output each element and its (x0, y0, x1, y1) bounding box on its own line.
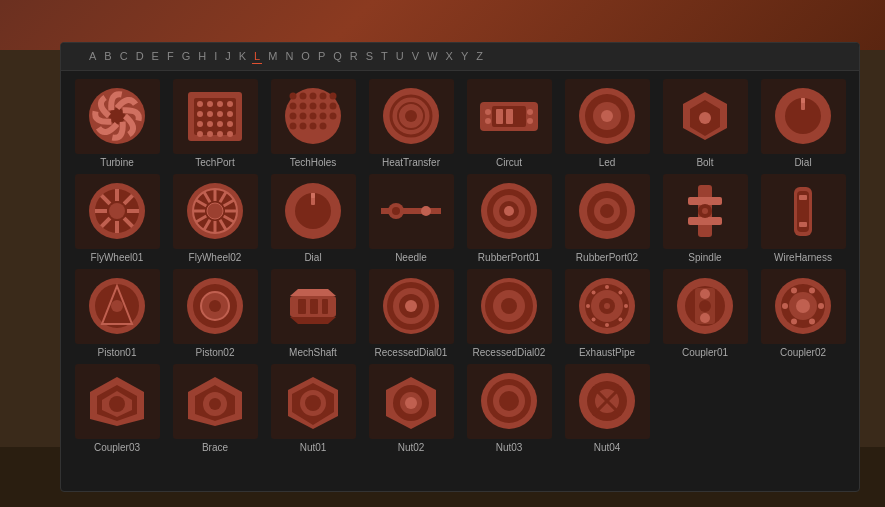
svg-point-101 (504, 206, 514, 216)
svg-point-164 (782, 303, 788, 309)
mesh-label: Nut04 (594, 442, 621, 453)
mesh-label: MechShaft (289, 347, 337, 358)
mesh-label: Needle (395, 252, 427, 263)
svg-point-51 (527, 118, 533, 124)
svg-point-29 (320, 103, 327, 110)
mesh-label: Piston02 (196, 347, 235, 358)
mesh-item-piston02[interactable]: Piston02 (167, 267, 263, 360)
mesh-label: Circut (496, 157, 522, 168)
svg-point-155 (700, 313, 710, 323)
alpha-letter-p[interactable]: P (316, 49, 327, 64)
svg-point-148 (592, 291, 596, 295)
mesh-item-coupler01[interactable]: Coupler01 (657, 267, 753, 360)
mesh-item-nut01[interactable]: Nut01 (265, 362, 361, 455)
mesh-item-led[interactable]: Led (559, 77, 655, 170)
mesh-item-nut04[interactable]: Nut04 (559, 362, 655, 455)
alpha-letter-n[interactable]: N (283, 49, 295, 64)
mesh-item-flywheel01[interactable]: FlyWheel01 (69, 172, 165, 265)
mesh-thumbnail-piston01 (75, 269, 160, 344)
mesh-item-recesseddial02[interactable]: RecessedDial02 (461, 267, 557, 360)
svg-point-16 (197, 131, 203, 137)
alpha-letter-a[interactable]: A (87, 49, 98, 64)
svg-point-73 (109, 203, 125, 219)
svg-rect-47 (506, 109, 513, 124)
mesh-label: FlyWheel01 (91, 252, 144, 263)
mesh-item-spindle[interactable]: Spindle (657, 172, 753, 265)
svg-point-4 (197, 101, 203, 107)
alpha-letter-r[interactable]: R (348, 49, 360, 64)
svg-point-145 (605, 323, 609, 327)
svg-point-30 (330, 103, 337, 110)
mesh-item-rubberport01[interactable]: RubberPort01 (461, 172, 557, 265)
mesh-label: HeatTransfer (382, 157, 440, 168)
mesh-item-exhaustpipe[interactable]: ExhaustPipe (559, 267, 655, 360)
mesh-thumbnail-exhaustpipe (565, 269, 650, 344)
alpha-letter-w[interactable]: W (425, 49, 439, 64)
svg-point-88 (207, 203, 223, 219)
alpha-letter-z[interactable]: Z (474, 49, 485, 64)
mesh-item-rubberport02[interactable]: RubberPort02 (559, 172, 655, 265)
svg-rect-92 (311, 193, 315, 198)
svg-point-17 (207, 131, 213, 137)
alpha-letter-l[interactable]: L (252, 49, 262, 64)
alpha-letter-i[interactable]: I (212, 49, 219, 64)
svg-point-161 (818, 303, 824, 309)
svg-point-43 (405, 110, 417, 122)
mesh-item-flywheel02[interactable]: FlyWheel02 (167, 172, 263, 265)
mesh-item-recesseddial01[interactable]: RecessedDial01 (363, 267, 459, 360)
svg-rect-126 (298, 299, 306, 314)
svg-point-39 (320, 123, 327, 130)
mesh-thumbnail-bolt (663, 79, 748, 154)
alpha-letter-f[interactable]: F (165, 49, 176, 64)
mesh-thumbnail-nut01 (271, 364, 356, 439)
svg-point-149 (605, 285, 609, 289)
alphabet-nav: ABCDEFGHIJKLMNOPQRSTUVWXYZ (87, 49, 485, 64)
mesh-item-turbine[interactable]: Turbine (69, 77, 165, 170)
alpha-letter-t[interactable]: T (379, 49, 390, 64)
alpha-letter-h[interactable]: H (196, 49, 208, 64)
mesh-item-techport[interactable]: TechPort (167, 77, 263, 170)
alpha-letter-j[interactable]: J (223, 49, 233, 64)
alpha-letter-x[interactable]: X (444, 49, 455, 64)
alpha-letter-q[interactable]: Q (331, 49, 344, 64)
svg-point-55 (601, 110, 613, 122)
mesh-thumbnail-nut04 (565, 364, 650, 439)
alpha-letter-k[interactable]: K (237, 49, 248, 64)
mesh-item-coupler03[interactable]: Coupler03 (69, 362, 165, 455)
mesh-item-dial[interactable]: Dial (755, 77, 851, 170)
mesh-item-piston01[interactable]: Piston01 (69, 267, 165, 360)
alpha-letter-c[interactable]: C (118, 49, 130, 64)
mesh-thumbnail-rubberport02 (565, 174, 650, 249)
mesh-thumbnail-led (565, 79, 650, 154)
svg-point-48 (485, 109, 491, 115)
alpha-letter-s[interactable]: S (364, 49, 375, 64)
mesh-item-circut[interactable]: Circut (461, 77, 557, 170)
alpha-letter-m[interactable]: M (266, 49, 279, 64)
mesh-item-coupler02[interactable]: Coupler02 (755, 267, 851, 360)
mesh-item-nut02[interactable]: Nut02 (363, 362, 459, 455)
mesh-item-bolt[interactable]: Bolt (657, 77, 753, 170)
svg-point-165 (791, 287, 797, 293)
panel-header: ABCDEFGHIJKLMNOPQRSTUVWXYZ (61, 43, 859, 71)
mesh-label: Bolt (696, 157, 713, 168)
mesh-item-mechshaft[interactable]: MechShaft (265, 267, 361, 360)
mesh-item-wireharness[interactable]: WireHarness (755, 172, 851, 265)
svg-point-11 (227, 111, 233, 117)
mesh-item-dial[interactable]: Dial (265, 172, 361, 265)
mesh-item-needle[interactable]: Needle (363, 172, 459, 265)
mesh-item-techholes[interactable]: TechHoles (265, 77, 361, 170)
mesh-item-brace[interactable]: Brace (167, 362, 263, 455)
alpha-letter-y[interactable]: Y (459, 49, 470, 64)
alpha-letter-g[interactable]: G (180, 49, 193, 64)
alpha-letter-v[interactable]: V (410, 49, 421, 64)
alpha-letter-b[interactable]: B (102, 49, 113, 64)
mesh-item-heattransfer[interactable]: HeatTransfer (363, 77, 459, 170)
mesh-item-nut03[interactable]: Nut03 (461, 362, 557, 455)
alpha-letter-u[interactable]: U (394, 49, 406, 64)
alpha-letter-e[interactable]: E (150, 49, 161, 64)
mesh-thumbnail-mechshaft (271, 269, 356, 344)
alpha-letter-d[interactable]: D (134, 49, 146, 64)
alpha-letter-o[interactable]: O (299, 49, 312, 64)
mesh-label: Dial (794, 157, 811, 168)
mesh-thumbnail-needle (369, 174, 454, 249)
